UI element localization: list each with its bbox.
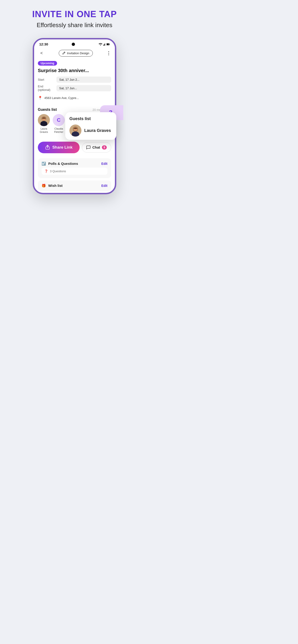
chat-label: Chat — [92, 145, 100, 149]
location-text: 4563 Larwin Ave, Cypre... — [44, 96, 79, 100]
start-value[interactable]: Sat, 17 Jun 2... — [56, 76, 111, 83]
wishlist-section-title: 🎁 Wish list — [42, 184, 63, 188]
location-row: 📍 4563 Larwin Ave, Cypre... — [38, 94, 111, 102]
avatar-circle-laura — [38, 114, 50, 126]
svg-rect-6 — [104, 44, 104, 46]
wifi-icon — [99, 43, 102, 46]
hero-title: INVITE IN ONE TAP — [32, 9, 117, 19]
status-time: 12:30 — [39, 42, 48, 46]
end-label: End (optional) — [38, 84, 56, 92]
start-label: Start — [38, 78, 56, 81]
invitation-design-button[interactable]: Invitation Design — [59, 50, 93, 56]
polls-section-title: ☑️ Polls & Questions — [42, 162, 78, 166]
claudia-name: ClaudiaFletcher — [54, 127, 63, 134]
hero-subtitle: Effortlessly share link invites — [37, 22, 112, 29]
signal-icon — [103, 43, 106, 46]
svg-rect-7 — [105, 43, 105, 46]
floating-avatar — [69, 124, 82, 136]
action-row: Share Link Chat 9 — [34, 139, 115, 156]
wishlist-section-card: 🎁 Wish list Edit — [38, 180, 111, 191]
avatar-item-claudia[interactable]: C ClaudiaFletcher — [53, 114, 65, 134]
camera-dot — [72, 43, 75, 46]
floating-guests-card: Guests list Laura Graves — [65, 112, 116, 140]
share-link-button[interactable]: Share Link — [38, 142, 80, 153]
back-button[interactable]: < — [38, 50, 45, 57]
floating-avatar-row: Laura Graves — [69, 124, 112, 136]
chat-icon — [86, 145, 91, 150]
svg-rect-5 — [103, 45, 104, 46]
avatar-item-laura[interactable]: LauraGraves — [38, 114, 50, 134]
laura-avatar-svg — [69, 124, 82, 136]
polls-label: Polls & Questions — [48, 162, 78, 166]
svg-rect-9 — [110, 44, 110, 45]
pencil-icon — [62, 52, 66, 55]
laura-face — [38, 114, 50, 126]
wishlist-section-row: 🎁 Wish list Edit — [42, 184, 107, 188]
chat-badge: 9 — [102, 145, 107, 150]
polls-sub: ❓ 3 Questions — [42, 168, 107, 175]
share-icon — [45, 145, 50, 150]
more-button[interactable]: ⋮ — [106, 50, 111, 56]
avatar-circle-claudia: C — [53, 114, 65, 126]
polls-icon: ☑️ — [42, 162, 46, 166]
polls-section-row: ☑️ Polls & Questions Edit — [42, 162, 107, 166]
start-date-row: Start Sat, 17 Jun 2... — [38, 76, 111, 83]
battery-icon — [107, 43, 110, 46]
questions-label: 3 Questions — [50, 170, 66, 173]
phone-wrapper: 3. Guests list Laura Graves 12:30 — [33, 38, 116, 194]
end-value[interactable]: Sat, 17 Jun... — [56, 85, 111, 91]
chat-button[interactable]: Chat 9 — [82, 142, 111, 152]
invitation-design-label: Invitation Design — [67, 52, 89, 55]
guests-title: Guests list — [38, 108, 57, 112]
laura-name: LauraGraves — [40, 127, 48, 134]
questions-icon: ❓ — [44, 170, 48, 173]
gift-icon: 🎁 — [42, 184, 46, 188]
wishlist-edit-button[interactable]: Edit — [101, 184, 107, 188]
end-date-row: End (optional) Sat, 17 Jun... — [38, 84, 111, 92]
location-icon: 📍 — [38, 96, 43, 100]
polls-edit-button[interactable]: Edit — [101, 162, 107, 166]
svg-point-4 — [100, 45, 101, 46]
polls-section-card: ☑️ Polls & Questions Edit ❓ 3 Questions — [38, 158, 111, 178]
floating-card-title: Guests list — [69, 116, 112, 121]
svg-rect-10 — [107, 44, 109, 45]
share-link-label: Share Link — [53, 145, 73, 150]
status-icons — [99, 43, 110, 46]
upcoming-badge: Upcoming — [38, 61, 57, 66]
top-nav: < Invitation Design ⋮ — [34, 48, 115, 59]
svg-point-3 — [73, 127, 78, 131]
status-bar: 12:30 — [34, 40, 115, 48]
floating-person-name: Laura Graves — [84, 128, 111, 133]
event-title: Surprise 30th anniver... — [38, 68, 111, 73]
wishlist-label: Wish list — [48, 184, 63, 188]
